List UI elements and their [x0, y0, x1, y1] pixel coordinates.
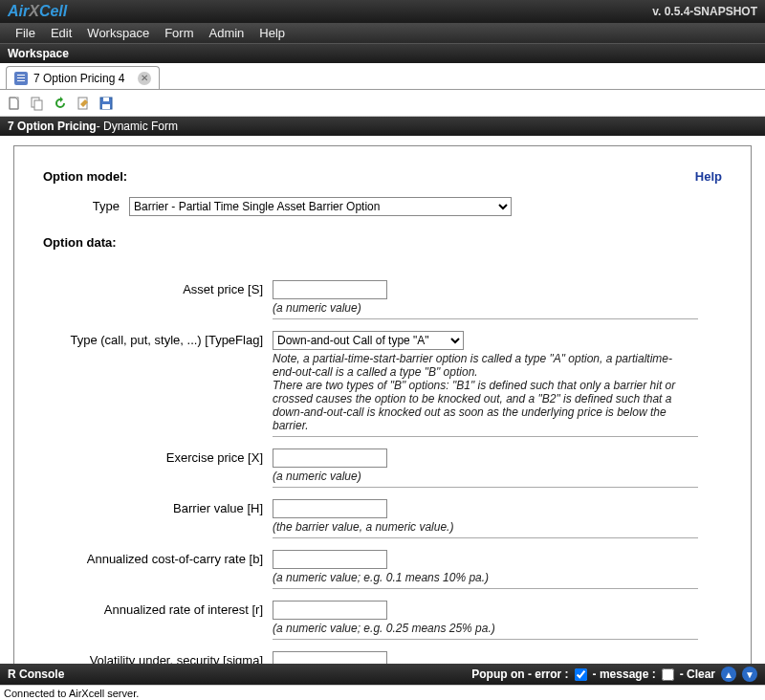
console-bar: R Console Popup on - error : - message :… — [0, 664, 765, 685]
option-model-section: Help Option model: — [43, 169, 722, 184]
type-select[interactable]: Barrier - Partial Time Single Asset Barr… — [129, 197, 512, 216]
close-icon[interactable]: ✕ — [138, 72, 151, 85]
form-title-bold: 7 Option Pricing — [8, 120, 97, 133]
exercise-input[interactable] — [273, 448, 387, 468]
asset-price-label: Asset price [S] — [43, 280, 273, 296]
typeflag-label: Type (call, put, style, ...) [TypeFlag] — [43, 331, 273, 347]
asset-price-row: Asset price [S] (a numeric value) — [43, 280, 722, 329]
form-title-bar: 7 Option Pricing - Dynamic Form — [0, 117, 765, 136]
asset-price-hint: (a numeric value) — [273, 301, 698, 319]
cost-carry-input[interactable] — [273, 550, 387, 569]
copy-document-button[interactable] — [29, 95, 46, 112]
exercise-hint: (a numeric value) — [273, 470, 698, 488]
cost-carry-row: Annualized cost-of-carry rate [b] (a num… — [43, 550, 722, 599]
menu-workspace[interactable]: Workspace — [79, 26, 157, 40]
logo-air: Air — [8, 3, 29, 19]
clear-label: - Clear — [680, 667, 715, 681]
save-button[interactable] — [98, 95, 115, 112]
rate-label: Annualized rate of interest [r] — [43, 601, 273, 617]
content-scroll[interactable]: Help Option model: Type Barrier - Partia… — [0, 136, 765, 664]
rate-row: Annualized rate of interest [r] (a numer… — [43, 601, 722, 649]
menu-bar: File Edit Workspace Form Admin Help — [0, 23, 765, 44]
tab-option-pricing[interactable]: 7 Option Pricing 4 ✕ — [6, 66, 160, 89]
menu-form[interactable]: Form — [157, 26, 201, 40]
arrow-down-icon[interactable]: ▼ — [742, 667, 757, 682]
popup-error-label: Popup on - error : — [471, 667, 568, 681]
exercise-label: Exercise price [X] — [43, 448, 273, 465]
new-document-button[interactable] — [6, 95, 23, 112]
vol-input[interactable] — [273, 651, 387, 664]
form-title-rest: - Dynamic Form — [97, 120, 178, 133]
svg-rect-6 — [102, 104, 110, 109]
option-model-label: Option model: — [43, 169, 127, 184]
refresh-button[interactable] — [52, 95, 69, 112]
rate-input[interactable] — [273, 601, 387, 620]
form-panel: Help Option model: Type Barrier - Partia… — [13, 145, 752, 664]
content-wrap: Help Option model: Type Barrier - Partia… — [0, 136, 765, 664]
vol-row: Volatility under. security [sigma] (a nu… — [43, 651, 722, 664]
status-text: Connected to AirXcell server. — [4, 688, 139, 699]
popup-error-checkbox[interactable] — [575, 668, 587, 681]
barrier-input[interactable] — [273, 499, 387, 518]
typeflag-row: Type (call, put, style, ...) [TypeFlag] … — [43, 331, 722, 447]
option-data-section: Option data: — [43, 235, 722, 250]
menu-admin[interactable]: Admin — [202, 26, 252, 40]
arrow-up-icon[interactable]: ▲ — [721, 667, 736, 682]
asset-price-input[interactable] — [273, 280, 387, 299]
typeflag-select[interactable]: Down-and-out Call of type "A" — [273, 331, 464, 350]
console-title: R Console — [8, 667, 64, 681]
type-row: Type Barrier - Partial Time Single Asset… — [43, 197, 722, 216]
barrier-label: Barrier value [H] — [43, 499, 273, 515]
menu-help[interactable]: Help — [251, 26, 293, 40]
barrier-hint: (the barrier value, a numeric value.) — [273, 520, 698, 538]
help-link[interactable]: Help — [695, 169, 722, 184]
type-label: Type — [43, 197, 129, 213]
logo-cell: Cell — [39, 3, 67, 19]
cost-carry-label: Annualized cost-of-carry rate [b] — [43, 550, 273, 566]
status-bar: Connected to AirXcell server. — [0, 685, 765, 700]
popup-message-label: - message : — [593, 667, 656, 681]
app-logo: AirXCell — [8, 3, 67, 20]
workspace-header: Workspace — [0, 44, 765, 63]
exercise-row: Exercise price [X] (a numeric value) — [43, 448, 722, 497]
document-icon — [14, 72, 28, 85]
svg-rect-2 — [34, 100, 42, 110]
typeflag-hint: Note, a partial-time-start-barrier optio… — [273, 352, 698, 437]
rate-hint: (a numeric value; e.g. 0.25 means 25% pa… — [273, 622, 698, 640]
workspace-label: Workspace — [8, 47, 69, 60]
svg-rect-5 — [103, 98, 109, 101]
tab-label: 7 Option Pricing 4 — [33, 72, 124, 85]
tabs-area: 7 Option Pricing 4 ✕ — [0, 63, 765, 90]
menu-edit[interactable]: Edit — [43, 26, 79, 40]
toolbar — [0, 90, 765, 117]
app-version: v. 0.5.4-SNAPSHOT — [652, 5, 757, 18]
app-header: AirXCell v. 0.5.4-SNAPSHOT — [0, 0, 765, 23]
menu-file[interactable]: File — [8, 26, 43, 40]
cost-carry-hint: (a numeric value; e.g. 0.1 means 10% pa.… — [273, 571, 698, 589]
edit-button[interactable] — [75, 95, 92, 112]
popup-message-checkbox[interactable] — [662, 668, 674, 681]
logo-x: X — [29, 3, 39, 19]
vol-label: Volatility under. security [sigma] — [43, 651, 273, 664]
barrier-row: Barrier value [H] (the barrier value, a … — [43, 499, 722, 548]
